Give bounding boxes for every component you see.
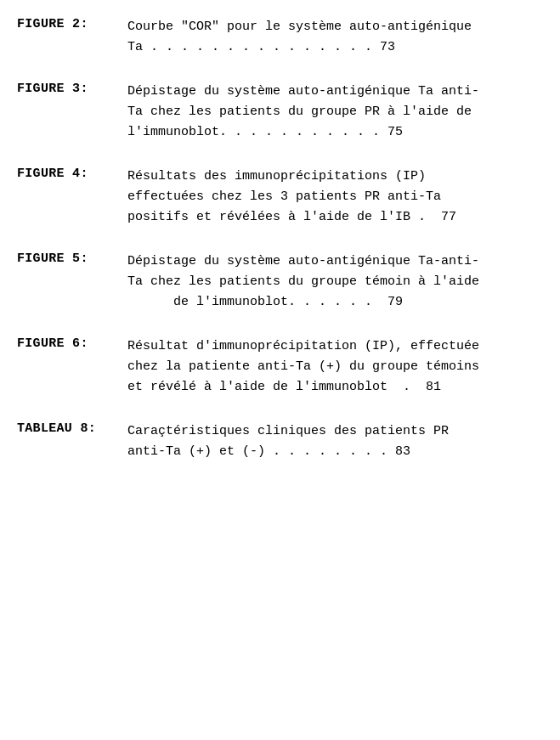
- figure-6-label: FIGURE 6:: [17, 336, 127, 351]
- figure-3-line-1: Ta chez les patients du groupe PR à l'ai…: [127, 102, 535, 122]
- figure-6-line-1: chez la patiente anti-Ta (+) du groupe t…: [127, 357, 535, 377]
- figure-3-content: Dépistage du système auto-antigénique Ta…: [127, 82, 535, 143]
- figure-6-line-2: et révélé à l'aide de l'immunoblot . 81: [127, 377, 535, 398]
- figure-5-content: Dépistage du système auto-antigénique Ta…: [127, 251, 535, 313]
- figure-2: FIGURE 2:Courbe "COR" pour le système au…: [17, 17, 535, 58]
- figure-4-label: FIGURE 4:: [17, 167, 127, 181]
- figure-2-content: Courbe "COR" pour le système auto-antigé…: [127, 17, 535, 58]
- tableau-8-label: TABLEAU 8:: [17, 421, 127, 436]
- figure-3-label: FIGURE 3:: [17, 82, 127, 96]
- figure-4-line-2: positifs et révélées à l'aide de l'IB . …: [127, 207, 535, 228]
- tableau-8-content: Caraçtéristiques cliniques des patients …: [127, 421, 535, 462]
- figure-6-line-0: Résultat d'immunoprécipitation (IP), eff…: [127, 336, 535, 357]
- figure-2-line-1: Ta . . . . . . . . . . . . . . . 73: [127, 37, 535, 58]
- tableau-8-line-1: anti-Ta (+) et (-) . . . . . . . . 83: [127, 442, 535, 462]
- figure-3-line-0: Dépistage du système auto-antigénique Ta…: [127, 82, 535, 102]
- figure-5-line-2: de l'immunoblot. . . . . . 79: [127, 292, 535, 313]
- figure-5-line-1: Ta chez les patients du groupe témoin à …: [127, 272, 535, 292]
- figure-3-line-2: l'immunoblot. . . . . . . . . . . 75: [127, 122, 535, 143]
- tableau-8-line-0: Caraçtéristiques cliniques des patients …: [127, 421, 535, 442]
- figure-5-label: FIGURE 5:: [17, 251, 127, 266]
- figure-4-line-1: effectuées chez les 3 patients PR anti-T…: [127, 187, 535, 207]
- figure-6: FIGURE 6:Résultat d'immunoprécipitation …: [17, 336, 535, 398]
- tableau-8: TABLEAU 8:Caraçtéristiques cliniques des…: [17, 421, 535, 462]
- figure-4-content: Résultats des immunoprécipitations (IP)e…: [127, 167, 535, 228]
- figure-6-content: Résultat d'immunoprécipitation (IP), eff…: [127, 336, 535, 398]
- page-content: FIGURE 2:Courbe "COR" pour le système au…: [17, 17, 535, 462]
- figure-4: FIGURE 4:Résultats des immunoprécipitati…: [17, 167, 535, 228]
- figure-4-line-0: Résultats des immunoprécipitations (IP): [127, 167, 535, 187]
- figure-5: FIGURE 5:Dépistage du système auto-antig…: [17, 251, 535, 313]
- figure-3: FIGURE 3:Dépistage du système auto-antig…: [17, 82, 535, 143]
- figure-5-line-0: Dépistage du système auto-antigénique Ta…: [127, 251, 535, 272]
- figure-2-label: FIGURE 2:: [17, 17, 127, 31]
- figure-2-line-0: Courbe "COR" pour le système auto-antigé…: [127, 17, 535, 37]
